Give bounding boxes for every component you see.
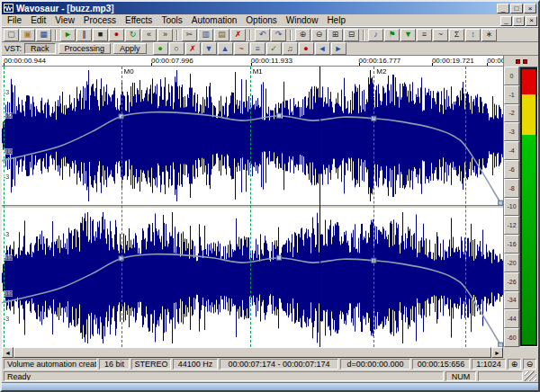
main-toolbar: ▢▣▦►∥■●↻«»✂▥▤✗↶↷⊕⊖⊞⊟♪⚑▼≡~Σ↕∗ bbox=[2, 27, 538, 42]
save-icon[interactable]: ▦ bbox=[36, 29, 51, 41]
clip-indicator-left bbox=[516, 59, 520, 64]
meter-scale-cell: 0 bbox=[504, 67, 519, 85]
menu-bar: FileEditViewProcessEffectsToolsAutomatio… bbox=[2, 14, 538, 27]
pause-icon[interactable]: ∥ bbox=[76, 29, 92, 41]
menu-effects[interactable]: Effects bbox=[121, 15, 157, 25]
ruler-tick bbox=[151, 63, 152, 66]
new-file-icon[interactable]: ▢ bbox=[4, 29, 19, 41]
copy-icon[interactable]: ▥ bbox=[198, 29, 213, 41]
menu-process[interactable]: Process bbox=[79, 15, 121, 25]
db-scale-label: -3 bbox=[4, 231, 9, 237]
play-loop-icon[interactable]: ↻ bbox=[125, 29, 140, 41]
normalize-icon[interactable]: ↕ bbox=[465, 29, 481, 41]
record-icon[interactable]: ● bbox=[109, 29, 124, 41]
minimize-button[interactable]: _ bbox=[497, 4, 509, 13]
menu-options[interactable]: Options bbox=[241, 15, 281, 25]
status-zoom-out-icon[interactable]: ⊖ bbox=[523, 359, 536, 370]
menu-help[interactable]: Help bbox=[322, 15, 350, 25]
go-start-icon[interactable]: « bbox=[141, 29, 157, 41]
meter-scale-cell: -60 bbox=[504, 328, 519, 347]
meter-scale-cell: -10 bbox=[504, 198, 519, 217]
automation-list-icon[interactable]: ≡ bbox=[250, 42, 266, 55]
menu-window[interactable]: Window bbox=[282, 15, 323, 25]
menu-view[interactable]: View bbox=[50, 15, 79, 25]
spectrum-icon[interactable]: ~ bbox=[433, 29, 448, 41]
maximize-button[interactable]: □ bbox=[510, 4, 523, 13]
options-icon[interactable]: ∗ bbox=[482, 29, 497, 41]
waveform-right-channel[interactable] bbox=[2, 209, 503, 347]
processing-button[interactable]: Processing bbox=[58, 43, 112, 54]
meter-scale-cell: -8 bbox=[504, 179, 519, 198]
status-field-6: 1:1024 bbox=[472, 359, 506, 370]
vst-bypass-icon[interactable]: ○ bbox=[169, 42, 184, 55]
prev-plugin-icon[interactable]: ◄ bbox=[315, 42, 330, 55]
title-bar[interactable]: Wavosaur - [buzz.mp3] _□× bbox=[2, 2, 538, 14]
rack-button[interactable]: Rack bbox=[24, 43, 56, 54]
snap-grid-icon[interactable]: ≡ bbox=[417, 29, 432, 41]
toolbar-separator bbox=[176, 30, 178, 40]
scroll-right-button[interactable]: ► bbox=[491, 347, 503, 358]
marker-add-icon[interactable]: ▼ bbox=[400, 29, 416, 41]
automation-apply-icon[interactable]: ✓ bbox=[266, 42, 282, 55]
delete-icon[interactable]: ✗ bbox=[230, 29, 246, 41]
volume-icon[interactable]: ♪ bbox=[368, 29, 383, 41]
play-icon[interactable]: ► bbox=[60, 29, 76, 41]
marker-line-m1[interactable] bbox=[250, 67, 251, 347]
menu-automation[interactable]: Automation bbox=[187, 15, 242, 25]
vst-save-icon[interactable]: ▲ bbox=[218, 42, 233, 55]
wavosaur-window: Wavosaur - [buzz.mp3] _□× FileEditViewPr… bbox=[0, 0, 540, 392]
marker-line-m0[interactable] bbox=[122, 67, 122, 347]
app-icon bbox=[4, 4, 14, 13]
meter-scale-cell: -4 bbox=[504, 141, 519, 160]
menu-items: FileEditViewProcessEffectsToolsAutomatio… bbox=[3, 15, 500, 25]
vst-bar: VST: Rack Processing Apply ●○✗▼▲~≡✓♫●◄► bbox=[2, 42, 538, 56]
mdi-restore-button[interactable]: □ bbox=[513, 16, 525, 26]
cut-icon[interactable]: ✂ bbox=[182, 29, 197, 41]
horizontal-scrollbar[interactable]: ◄ ► bbox=[2, 347, 503, 358]
channel-divider bbox=[2, 205, 503, 209]
vst-remove-icon[interactable]: ✗ bbox=[185, 42, 201, 55]
paste-icon[interactable]: ▤ bbox=[214, 29, 230, 41]
scrollbar-corner bbox=[503, 347, 538, 358]
go-end-icon[interactable]: » bbox=[158, 29, 173, 41]
statistics-icon[interactable]: Σ bbox=[449, 29, 464, 41]
waveform-display[interactable]: M0M1M2-3-12-12-3-3-12-12-3 bbox=[2, 67, 503, 347]
ruler-time-label: 00:00:11.933 bbox=[251, 57, 292, 65]
record-automation-icon[interactable]: ● bbox=[299, 42, 314, 55]
automation-curve-icon[interactable]: ~ bbox=[234, 42, 249, 55]
zoom-out-icon[interactable]: ⊖ bbox=[311, 29, 327, 41]
zoom-selection-icon[interactable]: ⊟ bbox=[344, 29, 359, 41]
close-button[interactable]: × bbox=[524, 4, 536, 13]
playback-cursor bbox=[320, 67, 320, 347]
time-ruler[interactable]: 00:00:00.94400:00:07.99600:00:11.93300:0… bbox=[2, 56, 503, 67]
stop-icon[interactable]: ■ bbox=[93, 29, 108, 41]
scroll-left-button[interactable]: ◄ bbox=[2, 347, 14, 358]
mdi-close-button[interactable]: × bbox=[526, 16, 537, 26]
open-file-icon[interactable]: ▣ bbox=[20, 29, 35, 41]
apply-button[interactable]: Apply bbox=[113, 43, 147, 54]
resize-grip[interactable] bbox=[525, 371, 536, 381]
toolbar-separator bbox=[249, 30, 251, 40]
menu-tools[interactable]: Tools bbox=[157, 15, 186, 25]
midi-icon[interactable]: ♫ bbox=[283, 42, 298, 55]
vst-load-icon[interactable]: ▼ bbox=[202, 42, 217, 55]
redo-icon[interactable]: ↷ bbox=[271, 29, 286, 41]
marker-line-m2[interactable] bbox=[374, 67, 374, 347]
num-lock-indicator: NUM bbox=[446, 371, 476, 381]
marker-flag-icon[interactable]: ⚑ bbox=[384, 29, 400, 41]
status-zoom-in-icon[interactable]: ⊕ bbox=[508, 359, 521, 370]
status-bar-2: Ready NUM bbox=[2, 370, 538, 382]
undo-icon[interactable]: ↶ bbox=[255, 29, 270, 41]
waveform-left-channel[interactable] bbox=[2, 67, 503, 205]
zoom-in-icon[interactable]: ⊕ bbox=[295, 29, 310, 41]
mdi-minimize-button[interactable]: _ bbox=[500, 16, 512, 26]
meter-panel: 0-1-2-3-4-6-8-10-12-16-20-26-34-44-60 bbox=[503, 56, 538, 347]
menu-file[interactable]: File bbox=[3, 15, 26, 25]
meter-scale-cell: -3 bbox=[504, 122, 519, 141]
scrollbar-thumb[interactable] bbox=[14, 347, 491, 358]
vst-power-icon[interactable]: ● bbox=[153, 42, 168, 55]
next-plugin-icon[interactable]: ► bbox=[331, 42, 346, 55]
menu-edit[interactable]: Edit bbox=[26, 15, 50, 25]
zoom-all-icon[interactable]: ⊞ bbox=[328, 29, 343, 41]
toolbar-separator bbox=[290, 30, 292, 40]
